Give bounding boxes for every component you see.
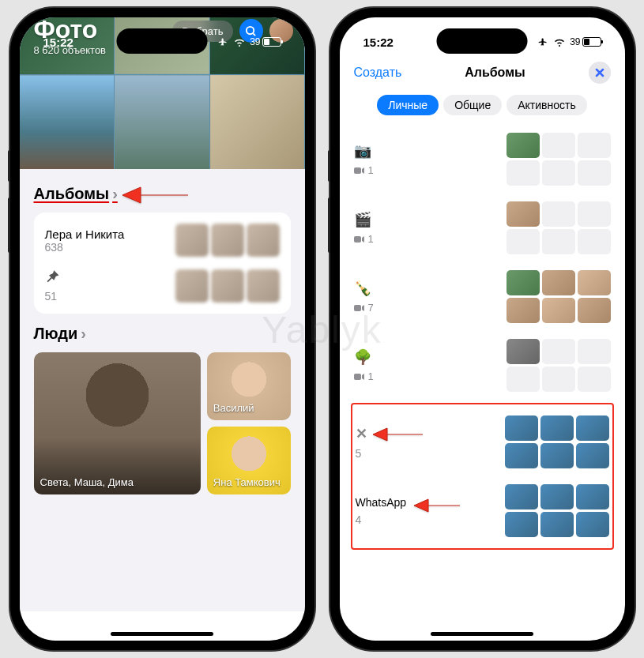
album-row[interactable]: 🍾 7 [354, 262, 611, 331]
album-row[interactable]: 📷 1 [354, 125, 611, 194]
tab-personal[interactable]: Личные [377, 95, 439, 115]
svg-rect-2 [354, 236, 361, 243]
clapperboard-icon: 🎬 [354, 211, 499, 228]
album-row[interactable]: Лера и Никита 638 [45, 224, 280, 257]
wifi-icon [233, 37, 246, 47]
svg-rect-1 [354, 167, 361, 174]
wifi-icon [553, 37, 566, 47]
create-button[interactable]: Создать [354, 66, 402, 80]
video-icon [354, 373, 365, 381]
person-card[interactable]: Яна Тамкович [207, 427, 291, 494]
battery-indicator: 39 [250, 36, 281, 47]
dynamic-island [117, 28, 208, 54]
airplane-icon [217, 37, 229, 47]
battery-indicator: 39 [570, 36, 601, 47]
album-count: 5 [356, 447, 497, 460]
album-row[interactable]: 🎬 1 [354, 194, 611, 262]
home-indicator[interactable] [111, 632, 213, 636]
person-label: Василий [213, 402, 254, 414]
segment-control: Личные Общие Активность [340, 90, 625, 125]
status-icons: 39 [537, 36, 601, 47]
dynamic-island [437, 28, 528, 54]
close-button[interactable] [589, 62, 611, 84]
status-icons: 39 [217, 36, 281, 47]
album-row-whatsapp[interactable]: WhatsApp 4 [356, 476, 609, 545]
bottle-icon: 🍾 [354, 280, 499, 297]
status-time: 15:22 [363, 36, 394, 49]
album-name: Лера и Никита [45, 227, 166, 241]
people-section-header[interactable]: Люди › [34, 325, 291, 343]
svg-rect-3 [354, 305, 361, 311]
nav-bar: Создать Альбомы [340, 55, 625, 90]
album-row[interactable]: 51 [45, 269, 280, 303]
camera-icon: 📷 [354, 142, 499, 160]
phone-right: 15:22 39 Создать Альбомы Личные Общие Ак… [330, 8, 635, 650]
highlight-box: ✕ 5 WhatsApp 4 [351, 403, 614, 550]
albums-list: 📷 1 🎬 1 🍾 7 [340, 125, 625, 562]
close-icon [595, 68, 604, 77]
album-count: 638 [45, 241, 166, 254]
chevron-right-icon: › [112, 185, 118, 203]
albums-card: Лера и Никита 638 51 [34, 212, 291, 314]
album-row-x[interactable]: ✕ 5 [356, 408, 609, 476]
nav-title: Альбомы [465, 66, 525, 80]
status-time: 15:22 [43, 36, 73, 49]
album-row[interactable]: 🌳 1 [354, 331, 611, 400]
airplane-icon [537, 37, 549, 47]
home-indicator[interactable] [431, 632, 533, 636]
pin-icon [45, 269, 61, 285]
chevron-right-icon: › [81, 325, 86, 343]
album-count: 51 [45, 290, 166, 303]
arrow-annotation [412, 494, 464, 517]
people-grid: Света, Маша, Дима Василий Яна Тамкович [34, 352, 291, 494]
albums-section-header[interactable]: Альбомы › [34, 185, 291, 203]
arrow-annotation [371, 423, 427, 446]
video-icon [354, 235, 365, 243]
video-icon [354, 167, 365, 175]
tree-icon: 🌳 [354, 348, 499, 366]
phone-left: 15:22 39 Фото 8 620 объектов Выбрать [10, 8, 314, 650]
person-card[interactable]: Света, Маша, Дима [34, 352, 201, 494]
person-label: Света, Маша, Дима [40, 476, 134, 488]
video-icon [354, 304, 365, 312]
svg-rect-4 [354, 374, 361, 380]
tab-activity[interactable]: Активность [507, 95, 587, 115]
arrow-annotation [121, 181, 192, 209]
person-label: Яна Тамкович [213, 476, 281, 488]
tab-shared[interactable]: Общие [443, 95, 502, 115]
person-card[interactable]: Василий [207, 352, 291, 420]
